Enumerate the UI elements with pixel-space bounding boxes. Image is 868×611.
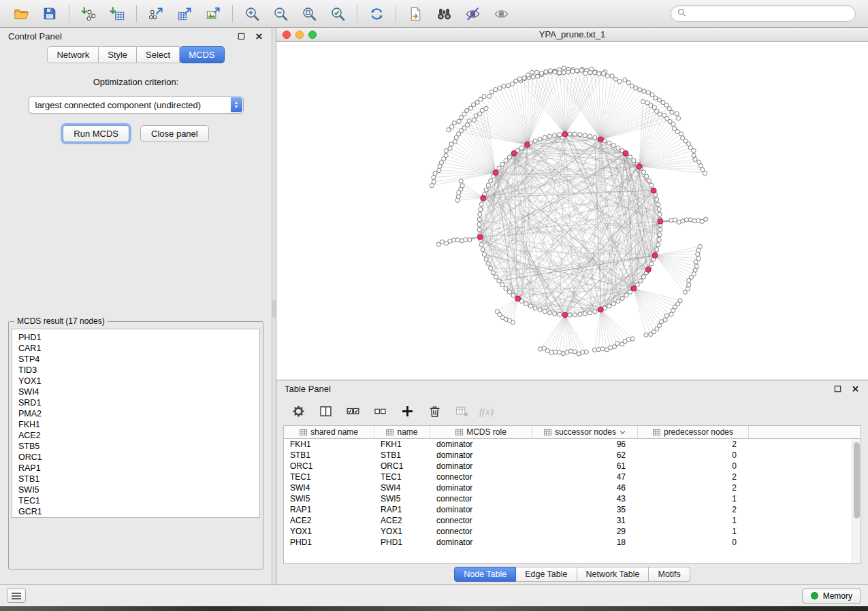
table-row[interactable]: TEC1TEC1connector472 [284, 472, 861, 482]
column-header-successor-nodes[interactable]: successor nodes [532, 426, 638, 438]
close-mcds-panel-button[interactable]: Close panel [140, 125, 209, 142]
tab-motifs[interactable]: Motifs [649, 567, 690, 582]
hide-selected-button[interactable] [458, 2, 487, 25]
column-header-name[interactable]: name [374, 426, 430, 438]
close-icon [255, 33, 263, 40]
tab-edge-table[interactable]: Edge Table [516, 567, 577, 582]
mcds-result-item[interactable]: YOX1 [18, 376, 259, 386]
tab-node-table[interactable]: Node Table [454, 567, 516, 582]
column-header-predecessor-nodes[interactable]: predecessor nodes [638, 426, 749, 438]
zoom-selected-button[interactable] [323, 2, 352, 25]
panel-divider-grip[interactable] [272, 300, 276, 318]
cell-successor-nodes: 96 [532, 439, 638, 450]
zoom-in-button[interactable] [238, 2, 266, 25]
float-table-panel-button[interactable] [833, 384, 842, 393]
import-network-button[interactable] [74, 2, 103, 25]
table-delete-icon [455, 404, 469, 418]
cell-name: RAP1 [374, 504, 430, 515]
mcds-result-item[interactable]: GCR1 [18, 506, 259, 517]
control-panel-header: Control Panel [0, 28, 272, 44]
memory-button[interactable]: Memory [802, 589, 861, 604]
column-visibility-button[interactable] [315, 400, 336, 422]
network-window-titlebar[interactable]: YPA_prune.txt_1 [276, 28, 868, 42]
mcds-result-item[interactable]: SWI5 [18, 484, 259, 495]
run-mcds-button[interactable]: Run MCDS [63, 125, 129, 142]
window-close-button[interactable] [283, 31, 291, 39]
mcds-result-item[interactable]: SWI4 [18, 386, 259, 397]
mcds-result-item[interactable]: SRD1 [18, 397, 259, 408]
add-column-button[interactable] [396, 400, 418, 422]
mcds-result-list[interactable]: PHD1CAR1STP4TID3YOX1SWI4SRD1PMA2FKH1ACE2… [12, 329, 260, 518]
show-all-button[interactable] [487, 2, 515, 25]
table-row[interactable]: RAP1RAP1dominator352 [284, 504, 861, 515]
mcds-result-item[interactable]: TEC1 [18, 495, 259, 506]
cell-shared-name: FKH1 [284, 439, 374, 450]
search-network-button[interactable] [430, 2, 458, 25]
column-header-shared-name[interactable]: shared name [284, 426, 374, 438]
mcds-result-item[interactable]: CAR1 [18, 343, 259, 354]
mcds-result-item[interactable]: ORC1 [18, 452, 259, 463]
cell-shared-name: ORC1 [284, 461, 374, 472]
mcds-result-item[interactable]: FKH1 [18, 419, 259, 430]
optimization-criterion-value: largest connected component (undirected) [35, 100, 202, 110]
mcds-result-item[interactable]: PMA2 [18, 408, 259, 419]
table-settings-button[interactable] [287, 400, 309, 422]
delete-column-button[interactable] [423, 400, 445, 422]
tab-select[interactable]: Select [137, 46, 180, 63]
tab-style[interactable]: Style [99, 46, 137, 63]
table-row[interactable]: YOX1YOX1connector291 [284, 526, 861, 537]
cell-predecessor-nodes: 2 [638, 482, 749, 493]
float-panel-button[interactable] [236, 31, 246, 41]
window-zoom-button[interactable] [308, 31, 317, 39]
zoom-fit-button[interactable] [295, 2, 323, 25]
mcds-result-item[interactable]: STP4 [18, 354, 259, 365]
mcds-result-item[interactable]: STB1 [18, 474, 259, 484]
table-scrollbar[interactable] [852, 439, 861, 563]
select-all-button[interactable] [342, 400, 364, 422]
import-table-button[interactable] [103, 2, 131, 25]
table-row[interactable]: STB1STB1dominator620 [284, 450, 861, 461]
cell-filler [749, 482, 861, 493]
export-image-button[interactable] [199, 2, 227, 25]
optimization-criterion-select[interactable]: largest connected component (undirected)… [29, 96, 244, 114]
table-row[interactable]: SWI4SWI4dominator462 [284, 482, 861, 493]
cell-shared-name: STB1 [284, 450, 374, 461]
save-session-button[interactable] [35, 2, 64, 25]
network-canvas[interactable] [276, 42, 868, 380]
cell-shared-name: TEC1 [284, 472, 374, 482]
zoom-out-icon [273, 6, 289, 22]
tab-network[interactable]: Network [47, 46, 99, 63]
zoom-out-button[interactable] [266, 2, 295, 25]
search-box[interactable] [671, 5, 856, 22]
table-row[interactable]: PHD1PHD1dominator180 [284, 537, 861, 548]
open-session-button[interactable] [7, 2, 35, 25]
table-row[interactable]: FKH1FKH1dominator962 [284, 439, 861, 450]
export-document-button[interactable] [401, 2, 430, 25]
mcds-result-item[interactable]: ACE2 [18, 430, 259, 441]
table-row[interactable]: SWI5SWI5connector431 [284, 493, 861, 504]
mcds-result-item[interactable]: STB5 [18, 441, 259, 452]
list-menu-icon [11, 592, 22, 600]
mcds-result-item[interactable]: RAP1 [18, 463, 259, 474]
cell-predecessor-nodes: 2 [638, 439, 749, 450]
tab-network-table[interactable]: Network Table [577, 567, 649, 582]
refresh-view-button[interactable] [362, 2, 391, 25]
search-input[interactable] [690, 9, 849, 18]
column-header-mcds-role[interactable]: MCDS role [430, 426, 532, 438]
table-scrollbar-thumb[interactable] [854, 442, 860, 518]
desktop-wallpaper-edge [0, 606, 868, 611]
export-network-button[interactable] [142, 2, 170, 25]
window-minimize-button[interactable] [295, 31, 304, 39]
close-panel-button[interactable] [254, 31, 263, 41]
mcds-result-item[interactable]: PHD1 [18, 332, 259, 343]
panel-menu-button[interactable] [7, 589, 26, 603]
panel-divider[interactable] [272, 28, 276, 584]
table-row[interactable]: ACE2ACE2connector311 [284, 515, 861, 526]
table-row[interactable]: ORC1ORC1dominator610 [284, 461, 861, 472]
export-table-button[interactable] [170, 2, 199, 25]
tab-mcds[interactable]: MCDS [180, 46, 224, 63]
close-table-panel-button[interactable] [850, 384, 860, 393]
mcds-result-item[interactable]: TID3 [18, 365, 259, 376]
application-window: Control Panel NetworkStyleSelectMCDS Opt… [0, 0, 868, 611]
deselect-all-button[interactable] [369, 400, 391, 422]
